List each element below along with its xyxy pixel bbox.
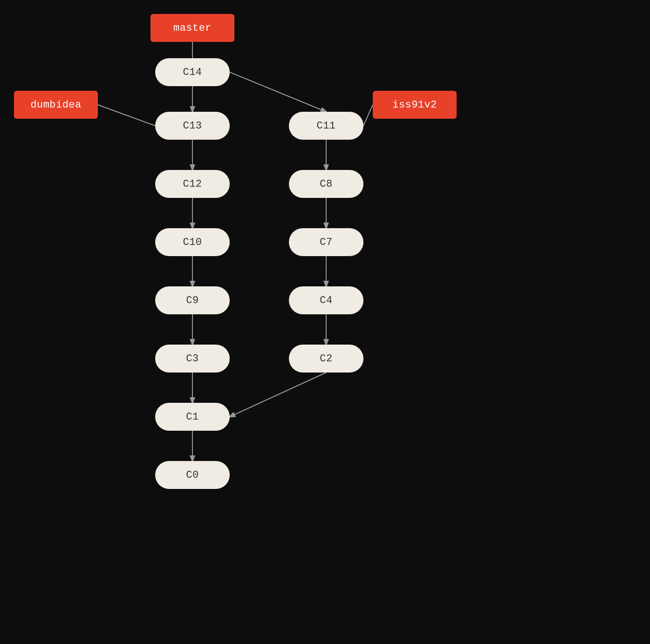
node-c9: C9 (155, 286, 230, 314)
node-c1: C1 (155, 403, 230, 431)
diagram-container: masterdumbideaiss91v2C14C13C12C11C10C9C8… (0, 0, 650, 644)
node-c10: C10 (155, 228, 230, 256)
node-dumbidea: dumbidea (14, 91, 98, 119)
svg-line-4 (363, 105, 373, 126)
node-c2: C2 (289, 345, 363, 373)
node-c8: C8 (289, 170, 363, 198)
node-c4: C4 (289, 286, 363, 314)
node-c11: C11 (289, 112, 363, 140)
svg-line-3 (98, 105, 155, 126)
node-c3: C3 (155, 345, 230, 373)
node-c13: C13 (155, 112, 230, 140)
svg-line-2 (230, 72, 326, 112)
node-c14: C14 (155, 58, 230, 86)
svg-line-15 (230, 373, 326, 417)
node-c7: C7 (289, 228, 363, 256)
node-c0: C0 (155, 461, 230, 489)
node-iss91v2: iss91v2 (373, 91, 457, 119)
node-c12: C12 (155, 170, 230, 198)
node-master: master (151, 14, 234, 42)
